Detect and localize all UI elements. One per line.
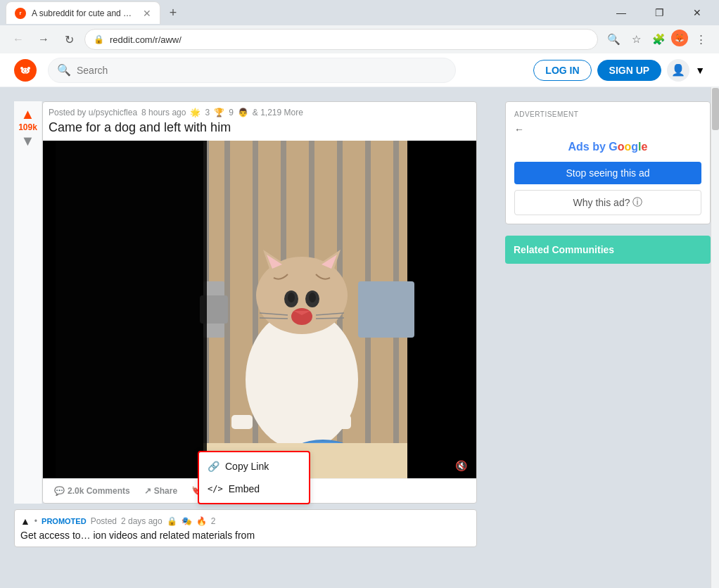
reddit-logo[interactable] — [14, 59, 37, 82]
post-card: Posted by u/psychicflea 8 hours ago 🌟 3 … — [42, 101, 477, 504]
related-communities-title: Related Communities — [514, 244, 702, 255]
upvote-button[interactable]: ▲ — [21, 107, 35, 121]
advertisement-label: ADVERTISEMENT — [514, 110, 701, 118]
embed-icon: </> — [208, 484, 223, 494]
time-ago: 8 hours ago — [141, 108, 186, 117]
award-emoji-1: 🌟 — [190, 108, 201, 117]
refresh-button[interactable]: ↻ — [59, 30, 79, 49]
context-menu: 🔗 Copy Link </> Embed — [198, 451, 310, 504]
ad-back-button[interactable]: ← — [514, 124, 524, 135]
google-text: Google — [609, 141, 647, 153]
promoted-award-count: 2 — [211, 516, 216, 526]
comments-button[interactable]: 💬 2.0k Comments — [49, 482, 136, 500]
scrollbar-track[interactable] — [711, 87, 719, 588]
vote-count: 109k — [18, 122, 37, 132]
promoted-upvote[interactable]: ▲ — [20, 516, 30, 527]
post-actions: 💬 2.0k Comments ↗ Share 🔖 Save ••• — [43, 478, 476, 503]
browser-addressbar: ← → ↻ 🔒 reddit.com/r/aww/ 🔍 ☆ 🧩 🦊 ⋮ — [0, 25, 719, 53]
lock-icon: 🔒 — [94, 34, 104, 44]
why-ad-text: Why this ad? — [573, 197, 630, 208]
info-icon: ⓘ — [632, 196, 642, 209]
tab-close-button[interactable]: ✕ — [143, 8, 151, 19]
browser-menu-button[interactable]: ⋮ — [691, 30, 711, 49]
login-button[interactable]: LOG IN — [533, 60, 591, 81]
svg-point-31 — [291, 308, 312, 325]
comments-label: 2.0k Comments — [68, 486, 130, 496]
minimize-button[interactable]: — — [605, 1, 637, 24]
copy-link-item[interactable]: 🔗 Copy Link — [199, 455, 309, 478]
link-icon: 🔗 — [208, 461, 219, 472]
forward-button[interactable]: → — [34, 30, 53, 49]
award-count-1: 3 — [205, 108, 210, 117]
svg-rect-37 — [330, 415, 351, 429]
google-letter-g2: g — [631, 141, 638, 153]
stop-seeing-ad-button[interactable]: Stop seeing this ad — [514, 162, 701, 184]
search-bar[interactable]: 🔍 — [48, 58, 456, 83]
award-count-2: 9 — [229, 108, 234, 117]
search-browser-button[interactable]: 🔍 — [604, 30, 623, 49]
copy-link-label: Copy Link — [225, 461, 269, 472]
bookmark-button[interactable]: ☆ — [626, 30, 646, 49]
reddit-extension-icon[interactable]: 🦊 — [671, 30, 688, 46]
new-tab-button[interactable]: + — [163, 3, 183, 23]
svg-point-8 — [26, 69, 27, 70]
signup-button[interactable]: SIGN UP — [597, 60, 662, 81]
ads-by-text: Ads by — [568, 141, 606, 153]
promoted-time: 2 days ago — [121, 516, 163, 526]
promoted-award-1: 🎭 — [182, 516, 192, 526]
user-menu-button[interactable]: ▼ — [695, 65, 705, 76]
svg-point-30 — [309, 293, 316, 302]
reddit-header: 🔍 LOG IN SIGN UP 👤 ▼ — [0, 53, 719, 87]
browser-actions: 🔍 ☆ 🧩 🦊 ⋮ — [604, 30, 711, 49]
related-communities-section: Related Communities — [505, 236, 711, 264]
user-avatar[interactable]: 👤 — [667, 59, 689, 82]
extensions-button[interactable]: 🧩 — [649, 30, 668, 49]
google-letter-o1: o — [618, 141, 625, 153]
comments-icon: 💬 — [54, 486, 65, 496]
promoted-badge: PROMOTED — [42, 517, 87, 525]
browser-tabs: r A subreddit for cute and cuddly ✕ + — [6, 1, 599, 24]
more-awards: & 1,219 More — [253, 108, 303, 117]
svg-rect-13 — [253, 141, 258, 478]
promoted-text: Get access to… ion videos and related ma… — [20, 530, 471, 541]
svg-rect-36 — [231, 415, 253, 429]
svg-rect-42 — [56, 141, 207, 478]
volume-icon[interactable]: 🔇 — [452, 459, 471, 473]
downvote-button[interactable]: ▼ — [21, 134, 35, 148]
svg-point-4 — [27, 67, 30, 70]
google-letter-g: G — [609, 141, 617, 153]
embed-item[interactable]: </> Embed — [199, 478, 309, 500]
address-bar[interactable]: 🔒 reddit.com/r/aww/ — [84, 29, 598, 50]
search-icon: 🔍 — [57, 63, 71, 77]
scrollbar-thumb[interactable] — [712, 88, 719, 130]
search-input[interactable] — [77, 65, 447, 76]
maximize-button[interactable]: ❐ — [643, 1, 675, 24]
main-content: ▲ 109k ▼ Posted by u/psychicflea 8 hours… — [0, 87, 719, 588]
svg-line-35 — [316, 318, 344, 319]
svg-rect-41 — [358, 281, 414, 338]
vote-column: ▲ 109k ▼ — [14, 101, 42, 504]
post-area: ▲ 109k ▼ Posted by u/psychicflea 8 hours… — [0, 87, 491, 588]
share-button[interactable]: ↗ Share — [139, 482, 183, 500]
svg-point-5 — [20, 67, 23, 70]
active-tab[interactable]: r A subreddit for cute and cuddly ✕ — [6, 1, 160, 24]
promoted-post: ▲ • PROMOTED Posted 2 days ago 🔒 🎭 🔥 2 G… — [14, 509, 477, 547]
share-label: Share — [154, 486, 177, 496]
share-icon: ↗ — [144, 486, 151, 496]
back-button[interactable]: ← — [8, 30, 28, 49]
tab-title: A subreddit for cute and cuddly — [32, 8, 134, 18]
ads-by-google: Ads by Google — [514, 141, 701, 153]
svg-point-29 — [288, 293, 295, 302]
window-controls: — ❐ ✕ — [605, 1, 713, 24]
header-actions: LOG IN SIGN UP 👤 ▼ — [533, 59, 705, 82]
google-letter-e: e — [642, 141, 648, 153]
post-title: Came for a dog and left with him — [43, 120, 476, 141]
cat-cage-image — [56, 141, 464, 478]
why-this-ad-button[interactable]: Why this ad? ⓘ — [514, 190, 701, 215]
posted-by: Posted by u/psychicflea — [49, 108, 137, 117]
url-text: reddit.com/r/aww/ — [110, 34, 182, 45]
close-button[interactable]: ✕ — [681, 1, 713, 24]
award-emoji-2: 🏆 — [214, 108, 224, 117]
promoted-lock-icon: 🔒 — [167, 516, 177, 526]
promoted-award-2: 🔥 — [196, 516, 207, 526]
